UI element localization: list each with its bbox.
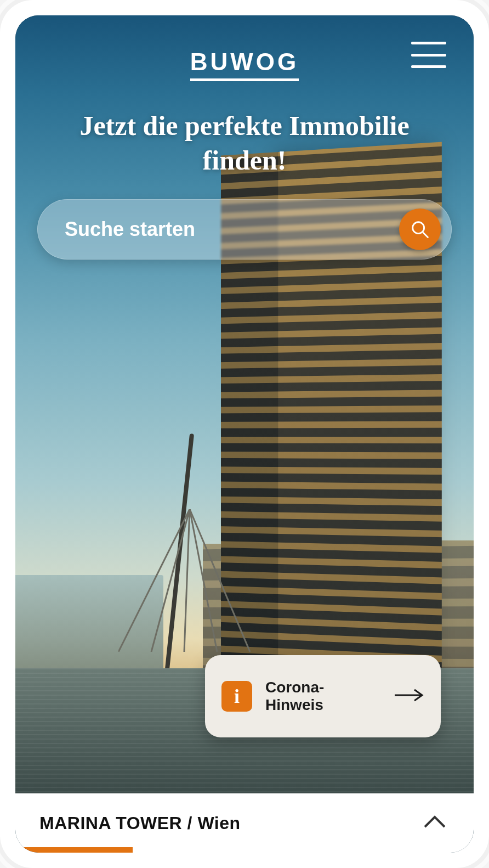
notice-card[interactable]: i Corona-Hinweis [205, 655, 441, 737]
bottom-bar[interactable]: MARINA TOWER / Wien [15, 793, 474, 853]
app-screen: BUWOG Jetzt die perfekte Immobilie finde… [15, 15, 474, 853]
search-label: Suche starten [65, 218, 195, 241]
hero-headline: Jetzt die perfekte Immobilie finden! [15, 92, 474, 177]
search-button[interactable] [399, 208, 441, 250]
svg-line-2 [184, 509, 190, 652]
bottom-title: MARINA TOWER / Wien [39, 813, 241, 833]
decor-mast [163, 433, 194, 685]
accent-underline [23, 847, 133, 853]
notice-label: Corona-Hinweis [265, 679, 380, 714]
search-icon [410, 219, 430, 240]
svg-point-5 [413, 222, 424, 234]
hamburger-menu-icon[interactable] [411, 42, 446, 68]
chevron-up-icon[interactable] [423, 815, 446, 831]
search-bar[interactable]: Suche starten [37, 199, 452, 260]
arrow-right-icon [394, 689, 424, 704]
info-icon: i [221, 681, 252, 712]
device-frame: BUWOG Jetzt die perfekte Immobilie finde… [0, 0, 489, 868]
header: BUWOG [15, 15, 474, 92]
brand-logo[interactable]: BUWOG [190, 50, 299, 81]
svg-line-6 [423, 233, 429, 238]
